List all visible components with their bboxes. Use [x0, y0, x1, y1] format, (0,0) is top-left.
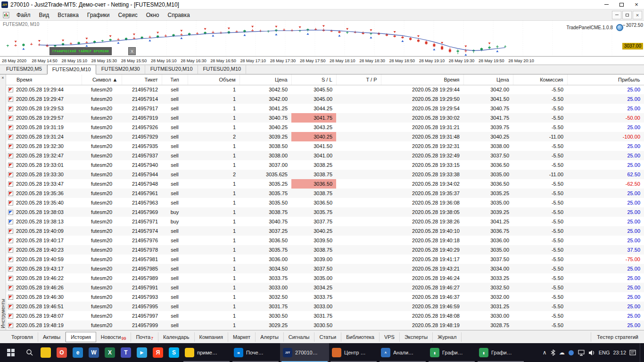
app-analytics[interactable]: ААнали… [378, 343, 427, 362]
bottom-tab-market[interactable]: Маркет [228, 332, 256, 342]
table-row[interactable]: 2020.05.28 19:35:40futesm20214957963sell… [6, 198, 644, 207]
menu-item-view[interactable]: Вид [35, 12, 54, 18]
app-center[interactable]: Центр … [329, 343, 378, 362]
table-row[interactable]: 2020.05.28 19:46:30futesm20214957993sell… [6, 292, 644, 302]
table-row[interactable]: 2020.05.28 19:29:47futesm20214957914sell… [6, 94, 644, 104]
menu-item-window[interactable]: Окно [142, 12, 164, 18]
mdi-restore-button[interactable] [622, 11, 632, 19]
table-row[interactable]: 2020.05.28 19:33:30futesm20214957944sell… [6, 170, 644, 179]
col-header-close-time[interactable]: Время [381, 74, 463, 85]
table-row[interactable]: 2020.05.28 19:33:47futesm20214957948sell… [6, 179, 644, 189]
toolbox-close-button[interactable]: × [1, 75, 4, 81]
chart-area[interactable]: FUTESM20, M10 TradePanelCME.1.0.8 3072.5… [0, 21, 644, 57]
table-row[interactable]: 2020.05.28 19:38:13futesm20214957971buy1… [6, 217, 644, 226]
bottom-tab-calendar[interactable]: Календарь [158, 332, 195, 342]
table-row[interactable]: 2020.05.28 19:29:44futesm20214957912sell… [6, 85, 644, 94]
show-desktop-button[interactable] [640, 343, 642, 362]
col-header-volume[interactable]: Объем [188, 74, 239, 85]
app-mt5[interactable]: J2T270010… [280, 343, 329, 362]
edge-icon[interactable]: e [70, 343, 86, 362]
strategy-tester-label[interactable]: Тестер стратегий [591, 332, 644, 342]
bottom-tab-trade[interactable]: Торговля [7, 332, 38, 342]
bottom-tab-signals[interactable]: Сигналы [284, 332, 315, 342]
teams-icon[interactable]: T [118, 343, 134, 362]
clock[interactable]: 23:12 [613, 350, 626, 355]
timer-close-button[interactable]: X [128, 47, 136, 55]
mdi-close-button[interactable]: × [633, 11, 642, 19]
menu-item-insert[interactable]: Вставка [53, 12, 83, 18]
chart-tab-futesm20-m30[interactable]: FUTESM20,M30 [96, 64, 145, 74]
excel-icon[interactable]: X [102, 343, 118, 362]
maximize-button[interactable] [614, 0, 629, 9]
col-header-profit[interactable]: Прибыль [567, 74, 644, 85]
table-row[interactable]: 2020.05.28 19:40:09futesm20214957974sell… [6, 226, 644, 236]
col-header-open-time[interactable]: Время [6, 74, 82, 85]
bottom-tab-vps[interactable]: VPS [380, 332, 400, 342]
bottom-tab-alerts[interactable]: Алерты [256, 332, 284, 342]
col-header-sl[interactable]: S / L [291, 74, 336, 85]
close-button[interactable]: × [629, 0, 644, 9]
table-row[interactable]: 2020.05.28 19:46:22futesm20214957989sell… [6, 273, 644, 283]
bottom-tab-articles[interactable]: Статьи [314, 332, 341, 342]
onedrive-icon[interactable]: ☁ [559, 349, 565, 356]
table-row[interactable]: 2020.05.28 19:46:26futesm20214957991sell… [6, 283, 644, 292]
tradepanel-globe-icon[interactable] [616, 24, 623, 31]
col-header-open-price[interactable]: Цена [239, 74, 291, 85]
start-button[interactable] [0, 343, 22, 362]
table-row[interactable]: 2020.05.28 19:29:57futesm20214957919sell… [6, 113, 644, 123]
table-row[interactable]: 2020.05.28 19:48:19futesm20214957999sell… [6, 321, 644, 330]
folder-icon[interactable] [38, 343, 54, 362]
app-chart-2[interactable]: ▮Графи… [476, 343, 525, 362]
col-header-symbol[interactable]: Символ ▲ [82, 74, 122, 85]
chart-tab-futesm20-m10[interactable]: FUTESM20,M10 [47, 65, 96, 74]
skype-icon[interactable]: S [166, 343, 182, 362]
app-photos[interactable]: приме… [182, 343, 231, 362]
table-row[interactable]: 2020.05.28 19:32:47futesm20214957937sell… [6, 151, 644, 160]
word-icon[interactable]: W [86, 343, 102, 362]
notification-icon[interactable] [629, 349, 636, 356]
table-row[interactable]: 2020.05.28 19:40:17futesm20214957976sell… [6, 236, 644, 245]
bottom-tab-journal[interactable]: Журнал [433, 332, 462, 342]
language-indicator[interactable]: ENG [599, 350, 610, 355]
col-header-ticket[interactable]: Тикет [122, 74, 162, 85]
chart-tab-futmesu20-m10[interactable]: FUTMESU20,M10 [145, 64, 198, 74]
table-row[interactable]: 2020.05.28 19:32:30futesm20214957935sell… [6, 141, 644, 151]
col-header-commission[interactable]: Комиссия [513, 74, 567, 85]
app-chart-1[interactable]: ▮Графи… [427, 343, 476, 362]
chart-tab-futesm20-m5[interactable]: FUTESM20,M5 [1, 64, 47, 74]
table-row[interactable]: 2020.05.28 19:43:17futesm20214957985sell… [6, 264, 644, 273]
search-button[interactable] [22, 343, 38, 362]
chart-tab-futesu20-m10[interactable]: FUTESU20,M10 [198, 64, 247, 74]
menu-item-help[interactable]: Справка [164, 12, 194, 18]
telegram-icon[interactable]: ► [134, 343, 150, 362]
minimize-button[interactable] [599, 0, 614, 9]
bottom-tab-history[interactable]: История [66, 332, 96, 342]
table-row[interactable]: 2020.05.28 19:38:03futesm20214957969buy1… [6, 207, 644, 217]
bluetooth-icon[interactable] [550, 349, 556, 356]
table-row[interactable]: 2020.05.28 19:46:51futesm20214957995sell… [6, 302, 644, 311]
col-header-type[interactable]: Тип [162, 74, 188, 85]
table-row[interactable]: 2020.05.28 19:48:07futesm20214957997sell… [6, 311, 644, 321]
col-header-close-price[interactable]: Цена [463, 74, 513, 85]
bottom-tab-library[interactable]: Библиотека [341, 332, 380, 342]
mdi-minimize-button[interactable] [612, 11, 621, 19]
yandex-icon[interactable]: Я [150, 343, 166, 362]
bottom-tab-mail[interactable]: Почта7 [131, 332, 158, 342]
table-row[interactable]: 2020.05.28 19:40:59futesm20214957981sell… [6, 255, 644, 264]
bottom-tab-news[interactable]: Новости99 [96, 332, 132, 342]
menu-item-tools[interactable]: Сервис [114, 12, 142, 18]
table-row[interactable]: 2020.05.28 19:29:53futesm20214957917sell… [6, 104, 644, 113]
table-row[interactable]: 2020.05.28 19:31:24futesm20214957929sell… [6, 132, 644, 141]
table-row[interactable]: 2020.05.28 19:35:36futesm20214957961sell… [6, 189, 644, 198]
table-row[interactable]: 2020.05.28 19:40:23futesm20214957978sell… [6, 245, 644, 255]
table-row[interactable]: 2020.05.28 19:31:19futesm20214957926sell… [6, 123, 644, 132]
bottom-tab-company[interactable]: Компания [195, 332, 228, 342]
volume-icon[interactable] [588, 350, 595, 356]
tray-chevron-up-icon[interactable]: ∧ [543, 349, 547, 356]
table-row[interactable]: 2020.05.28 19:33:01futesm20214957940sell… [6, 160, 644, 170]
bottom-tab-assets[interactable]: Активы [38, 332, 66, 342]
app-mail[interactable]: ✉Поче… [231, 343, 280, 362]
menu-item-charts[interactable]: Графики [83, 12, 114, 18]
col-header-tp[interactable]: T / P [336, 74, 381, 85]
defender-icon[interactable] [568, 350, 574, 356]
